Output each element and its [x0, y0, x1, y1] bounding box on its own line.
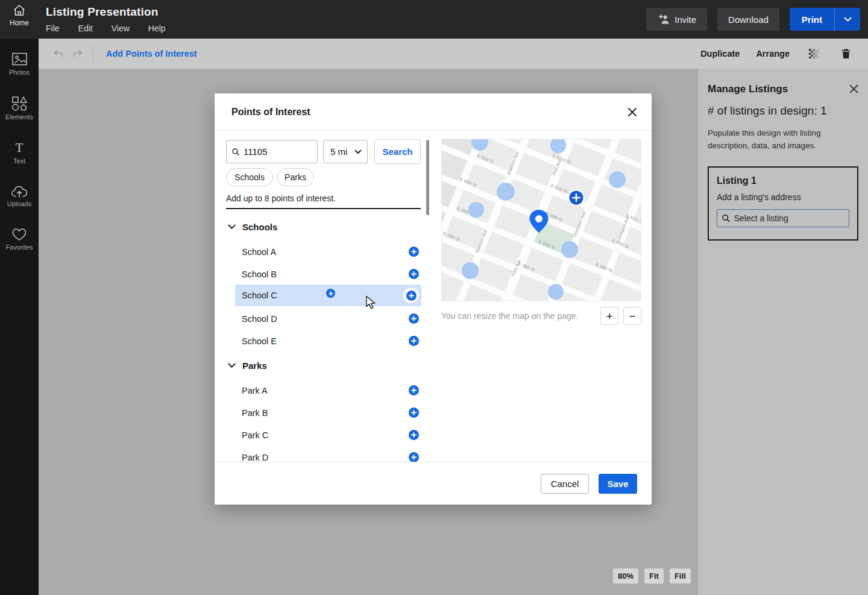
map-canvas: E 42nd St E 41st St E 41st St E 41st St … — [442, 139, 641, 301]
elements-icon — [11, 96, 27, 111]
redo-icon — [72, 49, 83, 58]
add-poi-hover-halo — [403, 288, 419, 303]
modal-footer: Cancel Save — [215, 462, 652, 505]
print-button[interactable]: Print — [790, 8, 834, 31]
add-poi-icon[interactable] — [409, 430, 419, 440]
zip-search-input[interactable] — [244, 146, 312, 157]
duplicate-button[interactable]: Duplicate — [700, 49, 740, 58]
chip-schools[interactable]: Schools — [226, 168, 273, 186]
add-poi-icon[interactable] — [409, 408, 419, 418]
poi-name: School C — [242, 291, 277, 300]
home-button[interactable]: Home — [0, 4, 39, 27]
close-icon — [849, 84, 858, 93]
add-poi-icon[interactable] — [406, 291, 417, 301]
poi-row-park-c[interactable]: Park C — [235, 424, 421, 446]
chip-parks[interactable]: Parks — [277, 168, 314, 186]
fit-button[interactable]: Fit — [644, 568, 664, 584]
map-add-marker-icon[interactable] — [568, 190, 585, 206]
map-preview[interactable]: E 42nd St E 41st St E 41st St E 41st St … — [441, 139, 641, 301]
modal-header: Points of Interest — [215, 93, 652, 131]
app-root: Home Listing Presentation File Edit View… — [0, 0, 868, 595]
menu-file[interactable]: File — [46, 24, 60, 33]
menu-edit[interactable]: Edit — [78, 24, 93, 33]
object-panel-sidebar: Photos Elements T Text Uploads Favorites — [0, 39, 39, 595]
download-button[interactable]: Download — [717, 8, 779, 31]
poi-list-scrollbar[interactable] — [426, 140, 429, 215]
undo-icon — [53, 49, 64, 58]
add-points-of-interest-link[interactable]: Add Points of Interest — [106, 49, 197, 58]
heart-icon — [11, 227, 27, 241]
text-icon: T — [16, 140, 24, 155]
add-poi-icon[interactable] — [409, 269, 419, 279]
delete-button[interactable] — [838, 46, 854, 61]
sidebar-label: Uploads — [7, 200, 31, 207]
section-title: Schools — [242, 222, 277, 232]
redo-button[interactable] — [70, 46, 86, 61]
menu-bar: File Edit View Help — [46, 24, 166, 33]
sidebar-item-photos[interactable]: Photos — [0, 52, 39, 76]
sidebar-item-text[interactable]: T Text — [0, 140, 39, 165]
invite-label: Invite — [675, 14, 696, 25]
arrange-button[interactable]: Arrange — [756, 49, 790, 58]
fill-button[interactable]: Fill — [670, 568, 691, 584]
section-header-schools[interactable]: Schools — [228, 220, 409, 233]
panel-description: Populate this design with listing descri… — [708, 127, 846, 153]
radius-select[interactable]: 5 mi — [323, 140, 368, 163]
undo-button[interactable] — [51, 46, 66, 61]
poi-row-school-d[interactable]: School D — [235, 307, 421, 330]
listing-search-input[interactable] — [734, 213, 844, 223]
invite-button[interactable]: Invite — [646, 8, 707, 31]
toolbar-right-actions: Duplicate Arrange — [700, 46, 854, 61]
save-button[interactable]: Save — [599, 474, 637, 494]
canvas-zoom-controls: 80% Fit Fill — [613, 568, 691, 584]
poi-name: Park C — [242, 430, 268, 440]
poi-row-school-b[interactable]: School B — [235, 263, 421, 285]
sidebar-label: Photos — [9, 69, 30, 76]
section-header-parks[interactable]: Parks — [228, 359, 409, 372]
sidebar-item-elements[interactable]: Elements — [0, 96, 39, 121]
transparency-button[interactable] — [806, 46, 822, 61]
add-person-icon — [657, 14, 670, 24]
sidebar-label: Favorites — [5, 244, 33, 251]
search-button[interactable]: Search — [374, 139, 421, 164]
chevron-down-icon — [228, 224, 236, 230]
sidebar-item-favorites[interactable]: Favorites — [0, 227, 39, 251]
sidebar-item-uploads[interactable]: Uploads — [0, 184, 39, 207]
chevron-down-icon — [844, 17, 852, 22]
poi-row-park-b[interactable]: Park B — [235, 401, 421, 424]
poi-row-park-a[interactable]: Park A — [235, 379, 421, 401]
toolbar-divider — [93, 45, 93, 62]
trash-icon — [841, 49, 851, 59]
modal-close-button[interactable] — [627, 107, 637, 117]
map-zoom-in-button[interactable]: + — [600, 307, 618, 325]
poi-row-school-a[interactable]: School A — [235, 241, 421, 263]
poi-name: School A — [242, 247, 276, 257]
add-poi-icon[interactable] — [409, 313, 419, 324]
poi-name: Park A — [242, 386, 268, 395]
map-zoom-out-button[interactable]: − — [623, 307, 641, 325]
poi-name: School B — [242, 269, 277, 279]
sidebar-label: Text — [13, 157, 25, 165]
cancel-button[interactable]: Cancel — [541, 474, 589, 494]
add-poi-icon[interactable] — [409, 336, 419, 346]
poi-name: Park D — [242, 453, 268, 462]
radius-value: 5 mi — [330, 146, 347, 157]
photos-icon — [12, 52, 27, 66]
listing-title: Listing 1 — [717, 175, 849, 186]
listing-subtitle: Add a listing's address — [717, 192, 849, 202]
add-poi-icon[interactable] — [409, 385, 419, 395]
close-icon — [627, 107, 637, 117]
editor-toolbar: Add Points of Interest Duplicate Arrange — [39, 39, 868, 69]
print-options-button[interactable] — [834, 8, 860, 31]
top-bar: Home Listing Presentation File Edit View… — [0, 0, 868, 39]
menu-help[interactable]: Help — [148, 24, 166, 33]
topbar-actions: Invite Download Print — [646, 8, 860, 31]
search-icon — [232, 148, 239, 156]
poi-row-school-e[interactable]: School E — [235, 330, 421, 352]
add-poi-icon[interactable] — [409, 452, 419, 462]
panel-close-button[interactable] — [849, 84, 858, 93]
zoom-percent-button[interactable]: 80% — [613, 568, 638, 584]
menu-view[interactable]: View — [112, 24, 130, 33]
poi-name: School D — [242, 314, 277, 324]
add-poi-icon[interactable] — [409, 247, 419, 257]
